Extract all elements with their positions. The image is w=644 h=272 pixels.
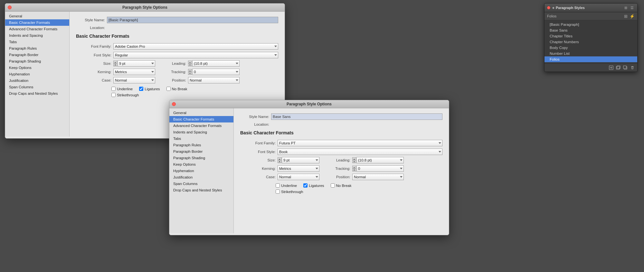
panel-expand-list-button[interactable]: ⊞ [623,14,628,19]
dialog1-no-break-checkbox[interactable] [166,87,171,91]
sidebar-item-para-rules[interactable]: Paragraph Rules [5,45,69,52]
dialog2-sidebar-para-border[interactable]: Paragraph Border [169,148,233,155]
dialog2-leading-select-wrapper: (10.8 pt) [356,157,404,163]
sidebar-item-keep-options[interactable]: Keep Options [5,64,69,71]
dialog2-leading-down[interactable]: ▼ [352,160,356,163]
panel-duplicate-button[interactable] [622,65,628,71]
panel-list-item-chapter-titles[interactable]: Chapter Titles [545,33,637,39]
dialog2-sidebar-general[interactable]: General [169,110,233,116]
dialog1-leading-select[interactable]: (10.8 pt) [192,60,240,67]
dialog1-underline-label: Underline [117,87,133,91]
dialog1-font-family-select[interactable]: Adobe Caslon Pro [113,43,278,50]
dialog2-underline-item: Underline [276,183,297,188]
dialog2-style-name-row: Style Name: [240,113,442,120]
dialog2-no-break-checkbox[interactable] [331,183,335,188]
dialog2-size-down[interactable]: ▼ [278,160,281,163]
dialog2-sidebar-basic-char[interactable]: Basic Character Formats [169,116,233,122]
dialog2-tracking-up[interactable]: ▲ [352,166,356,169]
dialog1-leading-down[interactable]: ▼ [188,63,192,66]
dialog1-size-select[interactable]: 9 pt [118,60,155,67]
dialog2-sidebar-tabs[interactable]: Tabs [169,135,233,142]
dialog1-ligatures-checkbox[interactable] [139,87,143,91]
dialog2-font-family-label: Font Family: [240,141,276,145]
dialog2-tracking-down[interactable]: ▼ [352,169,356,171]
dialog2-location-label: Location: [240,122,269,126]
dialog1-strikethrough-checkbox[interactable] [111,93,116,97]
dialog1-kerning-select[interactable]: Metrics [113,69,155,75]
dialog1-position-select[interactable]: Normal [188,77,240,83]
dialog2-position-select[interactable]: Normal [352,174,404,180]
dialog2-font-family-select[interactable]: Futura PT [278,140,442,146]
dialog2-main: Style Name: Location: Basic Character Fo… [234,108,449,233]
dialog2-font-style-select[interactable]: Book [278,149,442,155]
dialog2-leading-up[interactable]: ▲ [352,157,356,160]
dialog2-strikethrough-checkbox[interactable] [276,189,280,194]
sidebar-item-para-border[interactable]: Paragraph Border [5,52,69,58]
dialog1-tracking-up[interactable]: ▲ [188,69,192,72]
dialog1-tracking-label: Tracking: [157,70,186,74]
panel-list-item-base-sans[interactable]: Base Sans [545,27,637,33]
dialog1-style-name-row: Style Name: [Basic Paragraph] [76,17,278,23]
dialog2-sidebar-hyphenation[interactable]: Hyphenation [169,168,233,174]
dialog2-ligatures-checkbox[interactable] [303,183,308,188]
dialog1-tracking-select[interactable]: 0 [192,69,240,75]
dialog1-no-break-label: No Break [172,87,187,91]
panel-list-item-basic-para[interactable]: [Basic Paragraph] [545,22,637,27]
dialog2-leading-spinner: ▲ ▼ [352,157,356,163]
panel-list-item-body-copy[interactable]: Body Copy [545,45,637,51]
dialog1-leading-up[interactable]: ▲ [188,61,192,63]
dialog2-size-up[interactable]: ▲ [278,157,281,160]
dialog2-sidebar-keep-options[interactable]: Keep Options [169,161,233,168]
sidebar-item-span-columns[interactable]: Span Columns [5,84,69,90]
sidebar-item-drop-caps[interactable]: Drop Caps and Nested Styles [5,90,69,97]
dialog1-size-wrapper: ▲ ▼ 9 pt [113,60,155,67]
dialog2-kerning-select[interactable]: Metrics [278,165,319,172]
dialog1-case-select[interactable]: Normal [113,77,155,83]
sidebar-item-advanced-char[interactable]: Advanced Character Formats [5,26,69,32]
panel-list-item-number-list[interactable]: Number List [545,51,637,56]
dialog2-sidebar-justification[interactable]: Justification [169,174,233,180]
dialog1-size-up[interactable]: ▲ [113,61,117,63]
sidebar-item-indents[interactable]: Indents and Spacing [5,32,69,39]
dialog2-style-name-input[interactable] [271,113,442,120]
panel-delete-button[interactable] [630,65,635,71]
dialog2-case-select[interactable]: Normal [278,174,319,180]
sidebar-item-justification[interactable]: Justification [5,77,69,84]
panel-new-style-button[interactable] [608,65,614,71]
dialog1-style-name-input[interactable]: [Basic Paragraph] [107,17,278,23]
panel-new-group-button[interactable] [615,65,621,71]
dialog2-underline-checkbox[interactable] [276,183,280,188]
panel-list-item-chapter-numbers[interactable]: Chapter Numbers [545,39,637,45]
panel-lightning-button[interactable]: ⚡ [630,14,635,19]
sidebar-item-para-shading[interactable]: Paragraph Shading [5,58,69,64]
sidebar-item-general[interactable]: General [5,13,69,19]
dialog2-strikethrough-label: Strikethrough [281,190,303,194]
panel-menu-button[interactable]: ☰ [630,5,635,10]
dialog2-sidebar-para-shading[interactable]: Paragraph Shading [169,155,233,161]
dialog2-sidebar-span-columns[interactable]: Span Columns [169,180,233,187]
dialog2-sidebar-indents[interactable]: Indents and Spacing [169,129,233,135]
panel-subheader: Folios ⊞ ⚡ [545,12,637,20]
dialog1-underline-checkbox[interactable] [111,87,116,91]
sidebar-item-basic-char[interactable]: Basic Character Formats [5,19,69,26]
dialog1-font-style-select[interactable]: Regular [113,52,278,58]
dialog1-close-button[interactable] [8,5,12,9]
sidebar-item-hyphenation[interactable]: Hyphenation [5,71,69,77]
dialog2-sidebar-para-rules[interactable]: Paragraph Rules [169,142,233,148]
dialog2-tracking-select[interactable]: 0 [356,165,404,172]
dialog2-position-wrapper: Normal [352,174,404,180]
dialog2-sidebar-advanced-char[interactable]: Advanced Character Formats [169,122,233,129]
dialog1-tracking-spinner: ▲ ▼ [188,69,192,75]
dialog2-font-style-label: Font Style: [240,150,276,154]
panel-list-item-folios[interactable]: Folios [545,56,637,62]
dialog2-size-select[interactable]: 9 pt [282,157,319,163]
sidebar-item-tabs[interactable]: Tabs [5,39,69,45]
panel-close-button[interactable] [547,6,550,9]
dialog1-size-down[interactable]: ▼ [113,63,117,66]
dialog2-leading-select[interactable]: (10.8 pt) [356,157,404,163]
dialog1-tracking-down[interactable]: ▼ [188,72,192,75]
dialog2-sidebar-drop-caps[interactable]: Drop Caps and Nested Styles [169,187,233,193]
panel-expand-button[interactable]: ⊞ [623,5,628,10]
dialog1-position-label: Position: [157,78,186,82]
dialog2-close-button[interactable] [172,102,176,106]
